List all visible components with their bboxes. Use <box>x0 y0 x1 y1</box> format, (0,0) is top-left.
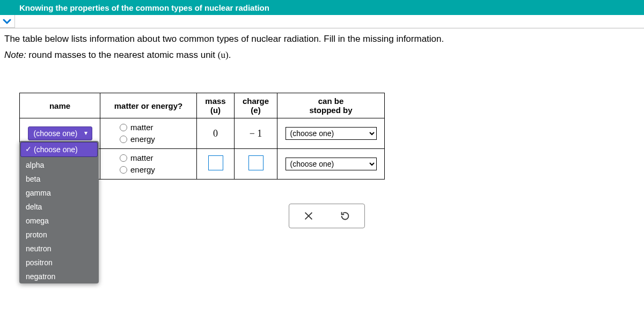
col-header-mass-top: mass <box>202 96 229 106</box>
matter-energy-cell-2: matter energy <box>100 149 197 180</box>
reset-icon <box>339 210 351 222</box>
col-header-mass: mass (u) <box>197 93 235 118</box>
dropdown-option[interactable]: omega <box>19 214 99 228</box>
matter-energy-cell-1: matter energy <box>100 118 197 149</box>
col-header-charge-top: charge <box>240 96 272 106</box>
reset-button[interactable] <box>338 208 353 223</box>
chevron-down-icon <box>3 18 11 25</box>
col-header-charge-bot: (e) <box>240 106 272 115</box>
radio-matter-2[interactable]: matter <box>120 152 191 164</box>
col-header-stop-top: can be <box>283 96 379 106</box>
stop-select-2[interactable]: (choose one) <box>286 158 377 170</box>
dropdown-option[interactable]: beta <box>19 172 99 186</box>
lesson-topbar: Knowing the properties of the common typ… <box>0 0 644 15</box>
radio-matter-1-label: matter <box>130 122 153 133</box>
note-tail: . <box>229 50 231 60</box>
charge-input-2[interactable] <box>248 155 264 170</box>
dropdown-option[interactable]: gamma <box>19 186 99 200</box>
col-header-name: name <box>20 93 100 118</box>
lesson-title: Knowing the properties of the common typ… <box>19 3 269 12</box>
note-u: (u) <box>218 50 229 60</box>
col-header-charge: charge (e) <box>235 93 277 118</box>
charge-cell-2 <box>235 149 277 180</box>
expand-toggle[interactable] <box>0 15 15 28</box>
note-text: round masses to the nearest atomic mass … <box>26 50 218 60</box>
mass-cell-2 <box>197 149 235 180</box>
col-header-stop-bot: stopped by <box>283 106 379 115</box>
mass-input-2[interactable] <box>208 155 223 170</box>
table-wrap: name matter or energy? mass (u) charge (… <box>19 93 638 180</box>
action-bar <box>289 204 365 228</box>
stop-cell-1: (choose one) <box>277 118 385 149</box>
radio-energy-1[interactable]: energy <box>120 133 191 145</box>
col-header-stop: can be stopped by <box>277 93 385 118</box>
radio-energy-2-label: energy <box>130 164 155 176</box>
mass-cell-1: 0 <box>197 118 235 149</box>
dropdown-option[interactable]: neutron <box>19 242 99 256</box>
radio-matter-2-label: matter <box>130 152 153 164</box>
col-header-mass-bot: (u) <box>202 106 229 115</box>
question-content: The table below lists information about … <box>0 28 644 180</box>
close-icon <box>303 210 314 222</box>
stop-select-1[interactable]: (choose one) <box>286 127 377 140</box>
dropdown-option[interactable]: alpha <box>19 158 99 172</box>
col-header-matter-energy: matter or energy? <box>100 93 197 118</box>
radio-energy-2-input[interactable] <box>120 166 127 174</box>
note-line: Note: round masses to the nearest atomic… <box>3 50 638 61</box>
dropdown-option[interactable]: negatron <box>19 270 99 283</box>
name-dropdown-1[interactable]: (choose one) <box>28 126 92 140</box>
dropdown-option[interactable]: positron <box>19 256 99 270</box>
dropdown-option[interactable]: delta <box>19 200 99 214</box>
close-button[interactable] <box>301 208 316 223</box>
charge-cell-1: − 1 <box>235 118 277 149</box>
dropdown-option-selected[interactable]: (choose one) <box>20 142 98 157</box>
radio-energy-2[interactable]: energy <box>120 164 191 176</box>
radio-matter-1-input[interactable] <box>120 124 127 131</box>
stop-cell-2: (choose one) <box>277 149 385 180</box>
radio-energy-1-input[interactable] <box>120 136 127 143</box>
radio-matter-1[interactable]: matter <box>120 122 191 133</box>
radio-matter-2-input[interactable] <box>120 154 127 162</box>
dropdown-option[interactable]: proton <box>19 228 99 242</box>
note-label: Note: <box>4 50 26 60</box>
name-dropdown-panel[interactable]: (choose one) alpha beta gamma delta omeg… <box>19 141 99 283</box>
radio-energy-1-label: energy <box>130 133 155 145</box>
prompt-text: The table below lists information about … <box>3 34 638 44</box>
